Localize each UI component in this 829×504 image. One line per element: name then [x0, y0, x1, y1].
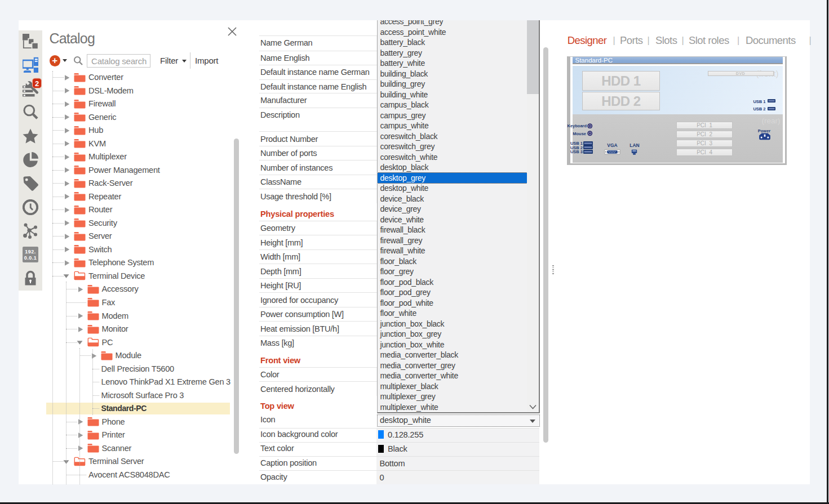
svg-text:0.0.1: 0.0.1 [24, 255, 37, 261]
svg-text:2: 2 [35, 79, 39, 88]
svg-text:192.: 192. [25, 249, 36, 255]
